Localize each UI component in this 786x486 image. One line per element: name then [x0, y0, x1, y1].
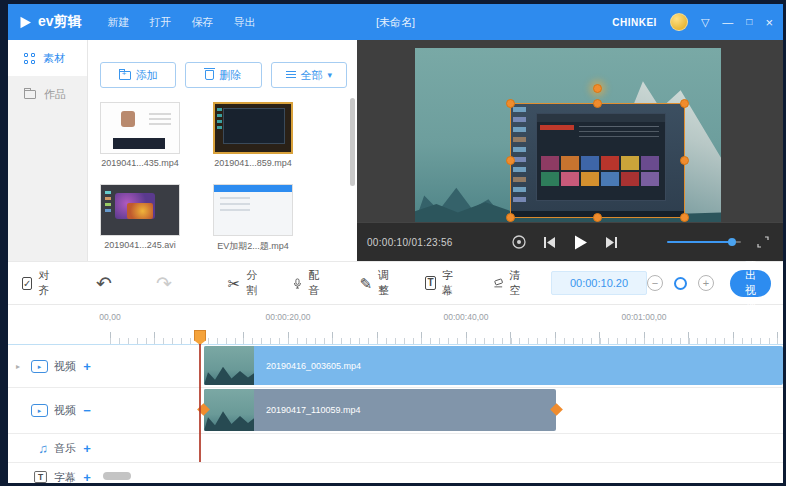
track-lane-subtitle[interactable] — [102, 463, 783, 483]
add-track-button[interactable]: + — [82, 359, 92, 374]
chevron-down-icon: ▾ — [328, 70, 333, 80]
volume-slider[interactable] — [667, 236, 741, 248]
material-item[interactable]: 2019041...435.mp4 — [100, 102, 180, 168]
user-menu-arrow-icon[interactable]: ▽ — [701, 17, 709, 28]
username-label[interactable]: CHINKEI — [612, 17, 657, 28]
timeline-horizontal-scrollbar[interactable] — [103, 472, 131, 480]
subtitle-button[interactable]: T 字幕 — [425, 268, 457, 298]
edit-toolbar: ✓ 对齐 ↶ ↷ ✂ 分割 配音 ✎ 调整 T 字幕 — [8, 261, 783, 305]
materials-panel: 添加 删除 全部 ▾ 2019041...435.mp4 — [88, 40, 357, 261]
resize-handle-bottom-left[interactable] — [506, 213, 515, 222]
redo-button[interactable]: ↷ — [156, 274, 172, 293]
workspace: 素材 作品 添加 删除 — [8, 40, 783, 261]
track-lane-video-1[interactable]: 20190416_003605.mp4 — [102, 345, 783, 387]
resize-handle-bottom-center[interactable] — [593, 213, 602, 222]
zoom-out-button[interactable]: − — [647, 275, 663, 291]
maximize-button[interactable]: □ — [746, 17, 752, 27]
material-thumbnail — [100, 184, 180, 236]
clear-button[interactable]: 清空 — [493, 268, 525, 298]
timeline-clip-1[interactable]: 20190416_003605.mp4 — [204, 346, 783, 385]
trim-handle-right[interactable] — [550, 403, 563, 416]
clip-thumbnail — [204, 346, 254, 385]
filter-dropdown[interactable]: 全部 ▾ — [271, 62, 347, 88]
titlebar-right: CHINKEI ▽ — □ × — [612, 13, 773, 31]
track-lane-music[interactable] — [102, 434, 783, 462]
resize-handle-top-left[interactable] — [506, 99, 515, 108]
resize-handle-mid-left[interactable] — [506, 156, 515, 165]
resize-handle-bottom-right[interactable] — [680, 213, 689, 222]
menu-save[interactable]: 保存 — [192, 15, 214, 30]
menu-export[interactable]: 导出 — [234, 15, 256, 30]
sidebar-tab-label: 素材 — [43, 51, 65, 66]
app-logo: ev剪辑 — [18, 13, 82, 31]
add-button-label: 添加 — [136, 68, 158, 83]
video-track-icon: ▸ — [31, 404, 48, 417]
timeline-ruler[interactable]: 00,00 00:00:20,00 00:00:40,00 00:01:00,0… — [8, 305, 783, 345]
volume-thumb[interactable] — [728, 238, 736, 246]
collapse-caret-icon[interactable]: ▸ — [16, 362, 20, 371]
zoom-reset-button[interactable] — [674, 277, 687, 290]
track-video-2: ▸ 视频 − 20190417_110059.mp4 — [8, 388, 783, 434]
zoom-in-button[interactable]: + — [698, 275, 714, 291]
avatar[interactable] — [670, 13, 688, 31]
remove-track-button[interactable]: − — [82, 403, 92, 418]
track-header-video-2: ▸ 视频 − — [8, 388, 102, 433]
music-icon: ♫ — [38, 442, 48, 455]
scissors-icon: ✂ — [228, 276, 241, 291]
desktop-window-mock — [536, 113, 666, 201]
material-item[interactable]: 2019041...245.avi — [100, 184, 180, 253]
add-track-button[interactable]: + — [82, 441, 92, 456]
minimize-button[interactable]: — — [722, 17, 733, 28]
titlebar: ev剪辑 新建 打开 保存 导出 [未命名] CHINKEI ▽ — □ × — [8, 4, 783, 40]
app-logo-text: ev剪辑 — [38, 13, 82, 31]
sidebar-tab-works[interactable]: 作品 — [8, 76, 87, 112]
adjust-button[interactable]: ✎ 调整 — [359, 268, 389, 298]
subtitle-label: 字幕 — [442, 268, 457, 298]
ruler-label: 00:01:00,00 — [622, 312, 667, 322]
loop-icon[interactable] — [511, 234, 527, 250]
undo-button[interactable]: ↶ — [96, 274, 112, 293]
delete-material-button[interactable]: 删除 — [185, 62, 261, 88]
playback-controls: 00:00:10/01:23:56 — [357, 222, 783, 261]
dub-button[interactable]: 配音 — [293, 268, 323, 298]
track-header-subtitle: T 字幕 + — [8, 463, 102, 483]
menu-new[interactable]: 新建 — [108, 15, 130, 30]
track-label: 视频 — [54, 359, 76, 374]
play-button[interactable] — [572, 234, 589, 251]
resize-handle-mid-right[interactable] — [680, 156, 689, 165]
resize-handle-top-center[interactable] — [593, 99, 602, 108]
materials-toolbar: 添加 删除 全部 ▾ — [88, 40, 357, 88]
checkbox-check-icon: ✓ — [22, 277, 32, 290]
material-item-selected[interactable]: 2019041...859.mp4 — [213, 102, 293, 168]
align-checkbox[interactable]: ✓ 对齐 — [22, 268, 52, 298]
split-label: 分割 — [246, 268, 257, 298]
document-title: [未命名] — [376, 15, 415, 30]
track-lane-video-2[interactable]: 20190417_110059.mp4 — [102, 388, 783, 433]
sidebar-tab-materials[interactable]: 素材 — [8, 40, 87, 76]
add-track-button[interactable]: + — [82, 470, 92, 484]
add-material-button[interactable]: 添加 — [100, 62, 176, 88]
video-preview — [357, 40, 783, 222]
folder-add-icon — [119, 71, 131, 80]
menu-open[interactable]: 打开 — [150, 15, 172, 30]
previous-frame-button[interactable] — [543, 236, 556, 249]
clip-filename: 20190417_110059.mp4 — [266, 405, 360, 415]
close-button[interactable]: × — [765, 16, 773, 29]
material-thumbnail — [213, 184, 293, 236]
current-time-input[interactable] — [551, 271, 647, 295]
materials-scrollbar[interactable] — [350, 98, 355, 186]
material-item[interactable]: EV加期2...题.mp4 — [213, 184, 293, 253]
split-button[interactable]: ✂ 分割 — [228, 268, 258, 298]
export-video-button[interactable]: 导出视频 — [730, 270, 771, 297]
trash-icon — [205, 70, 214, 80]
video-track-icon: ▸ — [31, 360, 48, 373]
next-frame-button[interactable] — [605, 236, 618, 249]
ruler-label: 00:00:40,00 — [444, 312, 489, 322]
overlay-clip-content[interactable] — [510, 103, 685, 218]
adjust-label: 调整 — [378, 268, 389, 298]
material-thumbnail — [213, 102, 293, 154]
rotate-handle[interactable] — [593, 84, 602, 93]
resize-handle-top-right[interactable] — [680, 99, 689, 108]
fullscreen-icon[interactable] — [757, 236, 769, 248]
timeline-clip-2-selected[interactable]: 20190417_110059.mp4 — [204, 389, 556, 431]
